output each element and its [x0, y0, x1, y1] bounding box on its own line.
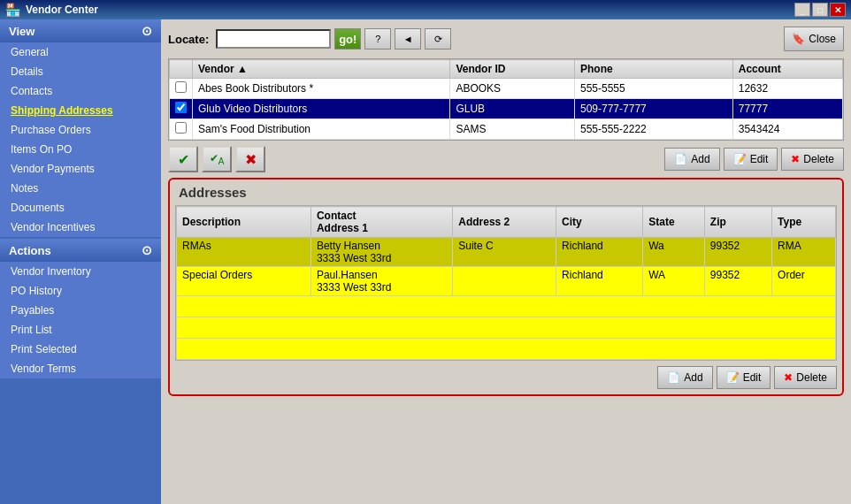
close-icon: 🔖: [792, 33, 805, 45]
vendor-table: Vendor ▲ Vendor ID Phone Account Abes Bo…: [169, 59, 843, 140]
addr-empty-row-3: [177, 339, 836, 360]
sidebar-item-print-selected[interactable]: Print Selected: [0, 340, 161, 359]
addr-row-1[interactable]: RMAs Betty Hansen 3333 West 33rd Suite C…: [177, 238, 836, 267]
addr2-contact-name: Paul.Hansen: [317, 269, 378, 281]
addr-delete-button[interactable]: ✖ Delete: [774, 366, 837, 389]
add-label: Add: [691, 153, 709, 165]
close-button[interactable]: 🔖 Close: [784, 27, 844, 51]
actions-section: Actions ⊙ Vendor Inventory PO History Pa…: [0, 239, 161, 378]
view-section-header[interactable]: View ⊙: [0, 19, 161, 42]
delete-label: Delete: [803, 153, 834, 165]
add-icon: 📄: [674, 153, 687, 165]
vendor-table-header: Vendor ▲ Vendor ID Phone Account: [170, 60, 843, 79]
col-vendor-id: Vendor ID: [450, 60, 575, 79]
addr1-state: Wa: [643, 238, 705, 267]
sidebar-item-contacts[interactable]: Contacts: [0, 81, 161, 101]
sidebar-item-items-on-po[interactable]: Items On PO: [0, 140, 161, 159]
window-controls: _ □ ✕: [794, 3, 846, 17]
vendor-row-1[interactable]: Abes Book Distributors * ABOOKS 555-5555…: [170, 79, 843, 99]
row1-checkbox-cell[interactable]: [170, 79, 193, 99]
content-area: Locate: go! ? ◄ ⟳ 🔖 Close Vendor ▲ Vendo…: [161, 19, 851, 504]
sidebar-item-details[interactable]: Details: [0, 62, 161, 81]
addr-col-contact: ContactAddress 1: [310, 207, 452, 238]
col-phone: Phone: [575, 60, 733, 79]
go-button[interactable]: go!: [334, 28, 361, 50]
cancel-check-button[interactable]: ✖: [235, 146, 265, 172]
addr-row-2[interactable]: Special Orders Paul.Hansen 3333 West 33r…: [177, 267, 836, 296]
sidebar-item-print-list[interactable]: Print List: [0, 320, 161, 340]
delete-icon: ✖: [791, 153, 800, 165]
locate-label: Locate:: [168, 33, 209, 46]
vendor-row-3[interactable]: Sam's Food Distribution SAMS 555-555-222…: [170, 119, 843, 140]
minimize-button[interactable]: _: [794, 3, 810, 17]
sidebar-item-purchase-orders[interactable]: Purchase Orders: [0, 120, 161, 140]
actions-label: Actions: [9, 244, 51, 257]
sidebar-item-po-history[interactable]: PO History: [0, 281, 161, 301]
locate-input[interactable]: [216, 29, 331, 49]
col-vendor: Vendor ▲: [193, 60, 450, 79]
title-bar: 🏪 Vendor Center _ □ ✕: [0, 0, 851, 19]
check-a-icon: ✔A: [210, 152, 225, 166]
row2-vendor: Glub Video Distributors: [193, 99, 450, 119]
row1-checkbox[interactable]: [175, 81, 187, 93]
vendor-row-2[interactable]: Glub Video Distributors GLUB 509-777-777…: [170, 99, 843, 119]
sidebar-item-general[interactable]: General: [0, 42, 161, 62]
addr2-contact: Paul.Hansen 3333 West 33rd: [310, 267, 452, 296]
sidebar-item-vendor-payments[interactable]: Vendor Payments: [0, 159, 161, 179]
help-button[interactable]: ?: [364, 28, 391, 50]
edit-label: Edit: [750, 153, 769, 165]
addr2-description: Special Orders: [177, 267, 311, 296]
addr-edit-button[interactable]: 📝 Edit: [717, 366, 771, 389]
row1-account: 12632: [732, 79, 842, 99]
maximize-button[interactable]: □: [812, 3, 828, 17]
row2-account: 77777: [732, 99, 842, 119]
sidebar-item-vendor-inventory[interactable]: Vendor Inventory: [0, 262, 161, 281]
edit-icon: 📝: [733, 153, 747, 165]
actions-section-header[interactable]: Actions ⊙: [0, 239, 161, 262]
sidebar: View ⊙ General Details Contacts Shipping…: [0, 19, 161, 504]
addr-add-icon: 📄: [667, 371, 680, 384]
addr-empty-row-1: [177, 296, 836, 317]
addr1-city: Richland: [556, 238, 643, 267]
confirm-button[interactable]: ✔: [168, 146, 198, 172]
vendor-edit-button[interactable]: 📝 Edit: [724, 148, 778, 171]
row3-vendor-id: SAMS: [450, 119, 575, 140]
row2-checkbox[interactable]: [175, 102, 187, 113]
title-bar-text: Vendor Center: [26, 4, 98, 16]
addr1-address1: 3333 West 33rd: [317, 252, 392, 264]
addresses-table: Description ContactAddress 1 Address 2 C…: [176, 206, 836, 360]
addr-col-type: Type: [772, 207, 836, 238]
addr-col-address2: Address 2: [453, 207, 556, 238]
back-button[interactable]: ◄: [395, 28, 421, 50]
sidebar-item-vendor-terms[interactable]: Vendor Terms: [0, 359, 161, 378]
addr-table-header: Description ContactAddress 1 Address 2 C…: [177, 207, 836, 238]
addr1-contact: Betty Hansen 3333 West 33rd: [310, 238, 452, 267]
row2-checkbox-cell[interactable]: [170, 99, 193, 119]
row1-vendor: Abes Book Distributors *: [193, 79, 450, 99]
confirm-a-button[interactable]: ✔A: [202, 146, 232, 172]
vendor-add-button[interactable]: 📄 Add: [664, 148, 719, 171]
x-icon: ✖: [245, 151, 257, 168]
table-action-buttons: 📄 Add 📝 Edit ✖ Delete: [664, 148, 844, 171]
toolbar: Locate: go! ? ◄ ⟳ 🔖 Close: [168, 27, 844, 51]
sidebar-item-vendor-incentives[interactable]: Vendor Incentives: [0, 218, 161, 237]
row1-vendor-id: ABOOKS: [450, 79, 575, 99]
sidebar-item-payables[interactable]: Payables: [0, 301, 161, 320]
window-close-button[interactable]: ✕: [830, 3, 846, 17]
sidebar-item-shipping-addresses[interactable]: Shipping Addresses: [0, 101, 161, 120]
row3-vendor: Sam's Food Distribution: [193, 119, 450, 140]
refresh-button[interactable]: ⟳: [425, 28, 451, 50]
action-items: Vendor Inventory PO History Payables Pri…: [0, 262, 161, 378]
main-layout: View ⊙ General Details Contacts Shipping…: [0, 19, 851, 504]
row3-checkbox[interactable]: [175, 122, 187, 134]
col-account: Account: [732, 60, 842, 79]
sidebar-item-documents[interactable]: Documents: [0, 198, 161, 218]
row1-phone: 555-5555: [575, 79, 733, 99]
addr-col-city: City: [556, 207, 643, 238]
row3-checkbox-cell[interactable]: [170, 119, 193, 140]
view-section: View ⊙ General Details Contacts Shipping…: [0, 19, 161, 237]
addr1-zip: 99352: [704, 238, 771, 267]
sidebar-item-notes[interactable]: Notes: [0, 179, 161, 198]
vendor-delete-button[interactable]: ✖ Delete: [781, 148, 844, 171]
addr-add-button[interactable]: 📄 Add: [657, 366, 712, 389]
